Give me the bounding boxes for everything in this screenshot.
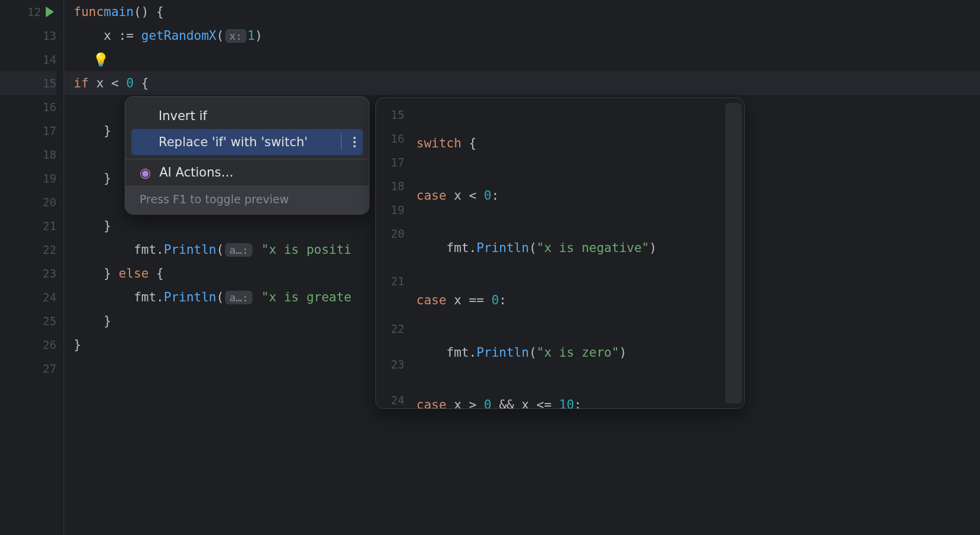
gutter-line: 13 bbox=[0, 24, 56, 48]
line-number: 18 bbox=[391, 180, 404, 193]
preview-line: case x < 0: bbox=[416, 184, 742, 207]
lightbulb-icon[interactable]: 💡 bbox=[93, 52, 109, 67]
line-number-gutter: 12 13 14 15 16 17 18 19 20 21 22 23 24 2… bbox=[0, 0, 64, 535]
line-number: 22 bbox=[43, 243, 56, 256]
gutter-line: 22 bbox=[0, 238, 56, 262]
menu-item-replace-if-switch[interactable]: Replace 'if' with 'switch' bbox=[131, 129, 363, 155]
gutter-line: 26 bbox=[0, 333, 56, 357]
line-number: 17 bbox=[43, 124, 56, 137]
preview-line: fmt.Println("x is zero") bbox=[416, 341, 742, 364]
footer-text: Press F1 to toggle preview bbox=[140, 193, 289, 206]
inlay-hint: a…: bbox=[225, 243, 253, 257]
line-number: 18 bbox=[43, 148, 56, 161]
line-number: 23 bbox=[43, 267, 56, 280]
line-number: 15 bbox=[43, 77, 56, 90]
preview-line: switch { bbox=[416, 131, 742, 155]
line-number: 16 bbox=[391, 132, 404, 145]
submenu-indicator[interactable] bbox=[341, 134, 358, 150]
intention-preview-popup: 15 16 17 18 19 20 21 22 23 24 switch { c… bbox=[375, 97, 745, 409]
preview-scrollbar[interactable] bbox=[725, 103, 742, 404]
ai-swirl-icon: ◉ bbox=[140, 165, 151, 180]
gutter-line: 17 bbox=[0, 119, 56, 143]
code-line[interactable]: 💡 bbox=[64, 48, 980, 71]
menu-item-label: Invert if bbox=[159, 109, 207, 123]
menu-item-label: Replace 'if' with 'switch' bbox=[159, 135, 308, 149]
line-number: 24 bbox=[391, 394, 404, 407]
line-number: 25 bbox=[43, 314, 56, 328]
gutter-line: 12 bbox=[0, 0, 56, 24]
menu-item-label: AI Actions… bbox=[159, 165, 233, 180]
run-gutter-icon[interactable] bbox=[46, 7, 54, 17]
gutter-line: 27 bbox=[0, 357, 56, 380]
inlay-hint: a…: bbox=[225, 291, 253, 304]
preview-line: fmt.Println("x is negative") bbox=[416, 236, 742, 260]
line-number: 13 bbox=[43, 29, 56, 42]
line-number: 20 bbox=[43, 196, 56, 209]
menu-item-ai-actions[interactable]: ◉ AI Actions… bbox=[125, 159, 369, 185]
line-number: 24 bbox=[43, 291, 56, 304]
line-number: 12 bbox=[27, 5, 41, 18]
code-line-active[interactable]: if x < 0 { bbox=[64, 71, 980, 95]
gutter-line: 21 bbox=[0, 214, 56, 238]
more-vertical-icon bbox=[353, 137, 356, 147]
code-line[interactable]: x := getRandomX(x: 1) bbox=[64, 24, 980, 48]
line-number: 27 bbox=[43, 362, 56, 375]
line-number: 16 bbox=[43, 100, 56, 114]
gutter-line: 16 bbox=[0, 95, 56, 119]
intention-actions-popup: Invert if Replace 'if' with 'switch' ◉ A… bbox=[125, 96, 369, 215]
line-number: 22 bbox=[391, 322, 404, 335]
inlay-hint: x: bbox=[225, 29, 246, 43]
line-number: 21 bbox=[391, 275, 404, 288]
gutter-line: 19 bbox=[0, 166, 56, 190]
gutter-line: 15 bbox=[0, 71, 56, 95]
gutter-line: 20 bbox=[0, 190, 56, 214]
line-number: 15 bbox=[391, 108, 404, 121]
line-number: 26 bbox=[43, 338, 56, 351]
line-number: 17 bbox=[391, 156, 404, 169]
preview-code: switch { case x < 0: fmt.Println("x is n… bbox=[409, 98, 744, 408]
gutter-line: 25 bbox=[0, 309, 56, 333]
preview-gutter: 15 16 17 18 19 20 21 22 23 24 bbox=[376, 98, 409, 408]
line-number: 23 bbox=[391, 358, 404, 371]
preview-line: case x == 0: bbox=[416, 288, 742, 312]
preview-line: case x > 0 && x <= 10: bbox=[416, 393, 742, 408]
line-number: 21 bbox=[43, 219, 56, 232]
line-number: 14 bbox=[43, 53, 56, 66]
gutter-line: 24 bbox=[0, 285, 56, 309]
line-number: 19 bbox=[43, 172, 56, 185]
line-number: 19 bbox=[391, 203, 404, 216]
menu-hint-footer: Press F1 to toggle preview bbox=[125, 185, 369, 214]
menu-item-invert-if[interactable]: Invert if bbox=[125, 103, 369, 129]
code-line[interactable]: func main() { bbox=[64, 0, 980, 24]
gutter-line: 23 bbox=[0, 262, 56, 285]
gutter-line: 18 bbox=[0, 143, 56, 166]
line-number: 20 bbox=[391, 227, 404, 240]
gutter-line: 14 bbox=[0, 48, 56, 71]
